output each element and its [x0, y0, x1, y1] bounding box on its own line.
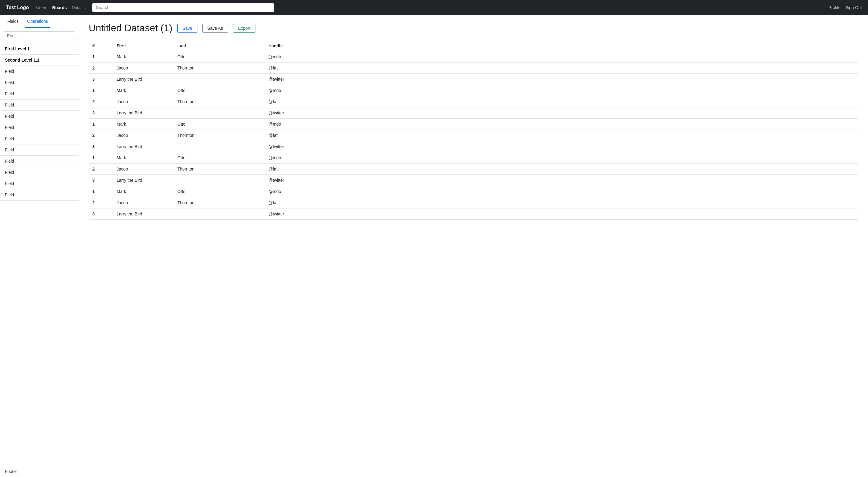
cell-first: Jacob [113, 63, 174, 74]
sidebar-item-field[interactable]: Field [0, 88, 79, 100]
cell-handle: @fat [265, 164, 858, 175]
cell-num: 3 [89, 208, 113, 220]
cell-first: Larry the Bird [113, 141, 174, 152]
sidebar-item-field[interactable]: Field [0, 133, 79, 144]
col-header-first: First [113, 41, 174, 51]
cell-last: Thornton [174, 130, 265, 141]
sidebar-item-field[interactable]: Field [0, 122, 79, 133]
sidebar-item-field[interactable]: Field [0, 189, 79, 201]
cell-num: 1 [89, 85, 113, 96]
cell-num: 3 [89, 175, 113, 186]
cell-handle: @mdo [265, 118, 858, 130]
data-table: # First Last Handle 1 Mark Otto @mdo 2 J… [89, 41, 858, 220]
cell-first: Larry the Bird [113, 175, 174, 186]
cell-first: Mark [113, 51, 174, 63]
cell-num: 3 [89, 107, 113, 118]
cell-handle: @mdo [265, 85, 858, 96]
nav-boards[interactable]: Boards [52, 4, 67, 11]
table-row: 1 Mark Otto @mdo [89, 152, 858, 164]
cell-first: Larry the Bird [113, 208, 174, 220]
table-row: 3 Larry the Bird @twitter [89, 175, 858, 186]
cell-last: Thornton [174, 164, 265, 175]
sidebar-item-field[interactable]: Field [0, 178, 79, 189]
cell-num: 2 [89, 130, 113, 141]
table-row: 1 Mark Otto @mdo [89, 118, 858, 130]
cell-last: Thornton [174, 96, 265, 107]
cell-first: Mark [113, 152, 174, 164]
search-input[interactable] [92, 3, 274, 12]
export-button[interactable]: Export [233, 24, 255, 33]
table-row: 2 Jacob Thornton @fat [89, 96, 858, 107]
sidebar-item-field[interactable]: Field [0, 167, 79, 178]
cell-first: Larry the Bird [113, 107, 174, 118]
cell-num: 1 [89, 51, 113, 63]
profile-link[interactable]: Profile [829, 5, 841, 10]
cell-last: Thornton [174, 63, 265, 74]
tab-fields[interactable]: Fields [5, 15, 21, 28]
nav-details[interactable]: Details [72, 4, 85, 11]
cell-num: 3 [89, 74, 113, 85]
cell-handle: @fat [265, 96, 858, 107]
cell-last: Otto [174, 118, 265, 130]
sidebar-footer: Footer [0, 466, 79, 477]
cell-num: 1 [89, 186, 113, 197]
cell-last: Otto [174, 85, 265, 96]
main-layout: Fields Operations First Level 1Second Le… [0, 15, 868, 477]
cell-handle: @mdo [265, 186, 858, 197]
table-row: 1 Mark Otto @mdo [89, 85, 858, 96]
sidebar-item-level2[interactable]: Second Level 1.1 [0, 55, 79, 66]
nav-users[interactable]: Users [36, 4, 48, 11]
table-row: 1 Mark Otto @mdo [89, 51, 858, 63]
cell-handle: @twitter [265, 107, 858, 118]
cell-num: 3 [89, 141, 113, 152]
table-row: 2 Jacob Thornton @fat [89, 130, 858, 141]
nav-links: Users Boards Details [36, 4, 85, 11]
table-row: 3 Larry the Bird @twitter [89, 141, 858, 152]
cell-handle: @mdo [265, 51, 858, 63]
table-header: # First Last Handle [89, 41, 858, 51]
cell-handle: @twitter [265, 208, 858, 220]
cell-first: Mark [113, 118, 174, 130]
cell-num: 1 [89, 152, 113, 164]
table-row: 1 Mark Otto @mdo [89, 186, 858, 197]
sidebar-item-level1[interactable]: First Level 1 [0, 43, 79, 55]
sidebar-item-field[interactable]: Field [0, 144, 79, 156]
sidebar: Fields Operations First Level 1Second Le… [0, 15, 79, 477]
save-button[interactable]: Save [177, 24, 197, 33]
cell-last [174, 107, 265, 118]
cell-last [174, 141, 265, 152]
sidebar-item-field[interactable]: Field [0, 100, 79, 111]
table-row: 2 Jacob Thornton @fat [89, 197, 858, 208]
dataset-title: Untitled Dataset (1) [89, 23, 173, 34]
table-body: 1 Mark Otto @mdo 2 Jacob Thornton @fat 3… [89, 51, 858, 220]
signout-link[interactable]: Sign Out [845, 5, 862, 10]
content-area: Untitled Dataset (1) Save Save As Export… [79, 15, 868, 477]
tab-operations[interactable]: Operations [25, 15, 50, 28]
cell-handle: @fat [265, 130, 858, 141]
content-header: Untitled Dataset (1) Save Save As Export [89, 23, 858, 34]
cell-first: Jacob [113, 197, 174, 208]
table-row: 3 Larry the Bird @twitter [89, 107, 858, 118]
cell-handle: @twitter [265, 175, 858, 186]
sidebar-item-field[interactable]: Field [0, 156, 79, 167]
col-header-last: Last [174, 41, 265, 51]
table-row: 3 Larry the Bird @twitter [89, 74, 858, 85]
sidebar-item-field[interactable]: Field [0, 111, 79, 122]
cell-first: Jacob [113, 130, 174, 141]
brand-logo: Test Logo [6, 5, 29, 10]
cell-handle: @twitter [265, 74, 858, 85]
cell-last [174, 208, 265, 220]
table-row: 3 Larry the Bird @twitter [89, 208, 858, 220]
cell-num: 2 [89, 197, 113, 208]
filter-input[interactable] [4, 31, 75, 40]
table-row: 2 Jacob Thornton @fat [89, 63, 858, 74]
cell-last [174, 74, 265, 85]
sidebar-item-field[interactable]: Field [0, 66, 79, 77]
cell-first: Mark [113, 186, 174, 197]
save-as-button[interactable]: Save As [202, 24, 228, 33]
cell-handle: @mdo [265, 152, 858, 164]
navbar-right: Profile Sign Out [829, 5, 862, 10]
navbar: Test Logo Users Boards Details Profile S… [0, 0, 868, 15]
sidebar-item-field[interactable]: Field [0, 77, 79, 88]
cell-first: Jacob [113, 164, 174, 175]
